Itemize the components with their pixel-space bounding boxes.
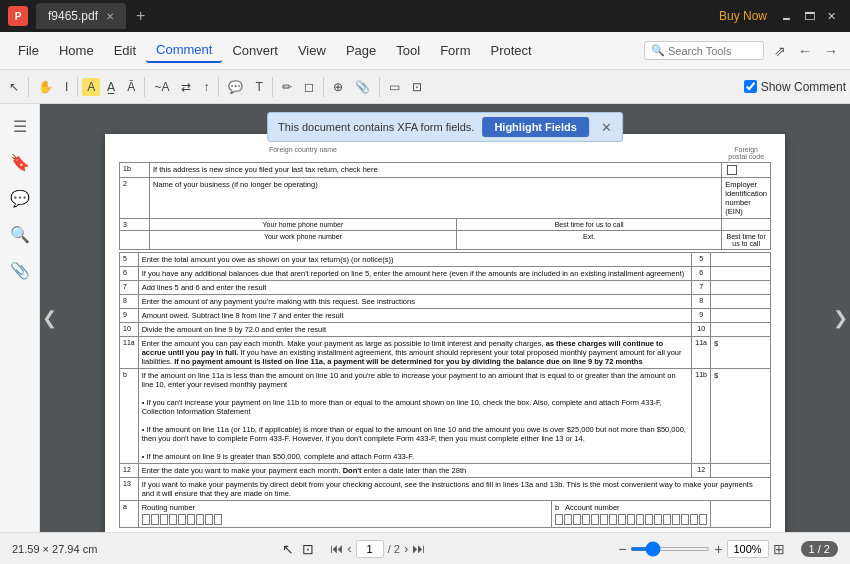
tab-filename: f9465.pdf bbox=[48, 9, 98, 23]
table-row: 8 Enter the amount of any payment you're… bbox=[120, 295, 771, 309]
tb-separator-7 bbox=[379, 77, 380, 97]
zoom-value-input[interactable] bbox=[727, 540, 769, 558]
file-tab[interactable]: f9465.pdf ✕ bbox=[36, 3, 126, 29]
search-input[interactable] bbox=[668, 45, 757, 57]
form-table: Foreign country name Foreign postal code… bbox=[119, 144, 771, 250]
show-comment-area: Show Comment bbox=[744, 80, 846, 94]
zoom-slider[interactable] bbox=[630, 547, 710, 551]
tb-cursor[interactable]: ↖ bbox=[4, 78, 24, 96]
next-page-arrow[interactable]: ❯ bbox=[833, 307, 848, 329]
cursor-icon[interactable]: ↖ bbox=[282, 541, 294, 557]
panel-search-icon[interactable]: 🔍 bbox=[6, 220, 34, 248]
left-panel: ☰ 🔖 💬 🔍 📎 bbox=[0, 104, 40, 532]
panel-page-icon[interactable]: ☰ bbox=[6, 112, 34, 140]
menu-comment[interactable]: Comment bbox=[146, 38, 222, 63]
tb-hand[interactable]: ✋ bbox=[33, 78, 58, 96]
table-row: 2 Name of your business (if no longer be… bbox=[120, 178, 771, 219]
page-total: / 2 bbox=[388, 543, 400, 555]
tb-replace[interactable]: ⇄ bbox=[176, 78, 196, 96]
new-tab-button[interactable]: + bbox=[130, 7, 151, 25]
fit-page-icon[interactable]: ⊡ bbox=[302, 541, 314, 557]
table-row: 10 Divide the amount on line 9 by 72.0 a… bbox=[120, 323, 771, 337]
zoom-controls: − + ⊞ bbox=[618, 540, 784, 558]
highlight-fields-button[interactable]: Highlight Fields bbox=[482, 117, 589, 137]
menu-convert[interactable]: Convert bbox=[222, 39, 288, 62]
form-main-table: 5 Enter the total amount you owe as show… bbox=[119, 252, 771, 528]
back-icon[interactable]: ← bbox=[794, 41, 816, 61]
menu-page[interactable]: Page bbox=[336, 39, 386, 62]
search-icon: 🔍 bbox=[651, 44, 665, 57]
pdf-page: Foreign country name Foreign postal code… bbox=[105, 134, 785, 532]
prev-page-arrow[interactable]: ❮ bbox=[42, 307, 57, 329]
toolbar: ↖ ✋ I A A̲ Ā ~A ⇄ ↑ 💬 T ✏ ◻ ⊕ 📎 ▭ ⊡ Show… bbox=[0, 70, 850, 104]
tb-stamp[interactable]: ⊕ bbox=[328, 78, 348, 96]
menu-protect[interactable]: Protect bbox=[480, 39, 541, 62]
panel-comment-icon[interactable]: 💬 bbox=[6, 184, 34, 212]
menu-file[interactable]: File bbox=[8, 39, 49, 62]
minimize-button[interactable]: 🗕 bbox=[775, 10, 798, 22]
table-row: b If the amount on line 11a is less than… bbox=[120, 369, 771, 464]
tb-draw[interactable]: ✏ bbox=[277, 78, 297, 96]
tb-underline[interactable]: A̲ bbox=[102, 78, 120, 96]
tb-separator-2 bbox=[77, 77, 78, 97]
title-bar: P f9465.pdf ✕ + Buy Now 🗕 🗖 ✕ bbox=[0, 0, 850, 32]
row-num-1b: 1b bbox=[123, 165, 131, 172]
menu-bar: File Home Edit Comment Convert View Page… bbox=[0, 32, 850, 70]
menu-home[interactable]: Home bbox=[49, 39, 104, 62]
tb-attachment[interactable]: 📎 bbox=[350, 78, 375, 96]
table-row: a Routing number bbox=[120, 501, 771, 528]
forward-icon[interactable]: → bbox=[820, 41, 842, 61]
prev-page-button[interactable]: ‹ bbox=[347, 541, 351, 556]
tb-separator-1 bbox=[28, 77, 29, 97]
table-row: 5 Enter the total amount you owe as show… bbox=[120, 253, 771, 267]
buy-now-button[interactable]: Buy Now bbox=[719, 9, 767, 23]
menu-view[interactable]: View bbox=[288, 39, 336, 62]
close-button[interactable]: ✕ bbox=[821, 10, 842, 23]
table-row: 7 Add lines 5 and 6 and enter the result… bbox=[120, 281, 771, 295]
tab-close-icon[interactable]: ✕ bbox=[106, 11, 114, 22]
table-row: 9 Amount owed. Subtract line 8 from line… bbox=[120, 309, 771, 323]
status-bar: 21.59 × 27.94 cm ↖ ⊡ ⏮ ‹ / 2 › ⏭ − + ⊞ 1… bbox=[0, 532, 850, 564]
tb-text-comment[interactable]: T bbox=[250, 78, 267, 96]
next-page-button[interactable]: › bbox=[404, 541, 408, 556]
menu-form[interactable]: Form bbox=[430, 39, 480, 62]
tb-insert[interactable]: ↑ bbox=[198, 78, 214, 96]
tb-separator-3 bbox=[144, 77, 145, 97]
show-comment-label: Show Comment bbox=[761, 80, 846, 94]
tb-highlight[interactable]: A bbox=[82, 78, 100, 96]
nav-controls: ⏮ ‹ / 2 › ⏭ bbox=[330, 540, 425, 558]
table-row: Your work phone number Ext. Best time fo… bbox=[120, 231, 771, 250]
panel-attachment-icon[interactable]: 📎 bbox=[6, 256, 34, 284]
share-icon[interactable]: ⇗ bbox=[770, 41, 790, 61]
xfa-notification-bar: This document contains XFA form fields. … bbox=[267, 112, 623, 142]
doc-area: This document contains XFA form fields. … bbox=[40, 104, 850, 532]
menu-tool[interactable]: Tool bbox=[386, 39, 430, 62]
maximize-button[interactable]: 🗖 bbox=[798, 10, 821, 22]
xfa-message: This document contains XFA form fields. bbox=[278, 121, 474, 133]
tb-squiggly[interactable]: ~A bbox=[149, 78, 174, 96]
tb-measure[interactable]: ⊡ bbox=[407, 78, 427, 96]
tb-area[interactable]: ▭ bbox=[384, 78, 405, 96]
table-row: 3 Your home phone number Best time for u… bbox=[120, 219, 771, 231]
xfa-close-icon[interactable]: ✕ bbox=[601, 120, 612, 135]
tb-eraser[interactable]: ◻ bbox=[299, 78, 319, 96]
fit-window-icon[interactable]: ⊞ bbox=[773, 541, 785, 557]
table-row: 1b If this address is new since you file… bbox=[120, 163, 771, 178]
show-comment-checkbox[interactable] bbox=[744, 80, 757, 93]
right-icons: ⇗ ← → bbox=[770, 41, 842, 61]
table-row: 11a Enter the amount you can pay each mo… bbox=[120, 337, 771, 369]
tb-strikethrough[interactable]: Ā bbox=[122, 78, 140, 96]
panel-bookmark-icon[interactable]: 🔖 bbox=[6, 148, 34, 176]
tb-text-select[interactable]: I bbox=[60, 78, 73, 96]
zoom-in-button[interactable]: + bbox=[714, 541, 722, 557]
current-page-input[interactable] bbox=[356, 540, 384, 558]
tb-separator-6 bbox=[323, 77, 324, 97]
first-page-button[interactable]: ⏮ bbox=[330, 541, 343, 556]
zoom-out-button[interactable]: − bbox=[618, 541, 626, 557]
last-page-button[interactable]: ⏭ bbox=[412, 541, 425, 556]
search-box[interactable]: 🔍 bbox=[644, 41, 764, 60]
tb-note[interactable]: 💬 bbox=[223, 78, 248, 96]
page-badge: 1 / 2 bbox=[801, 541, 838, 557]
tb-separator-4 bbox=[218, 77, 219, 97]
menu-edit[interactable]: Edit bbox=[104, 39, 146, 62]
